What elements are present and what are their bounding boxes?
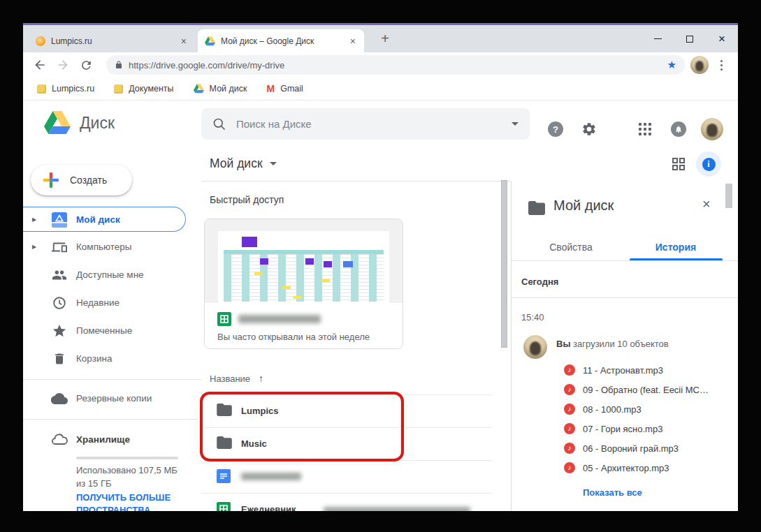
audio-file-icon: ♪ xyxy=(564,423,575,434)
panel-scrollbar[interactable] xyxy=(725,184,732,208)
address-bar[interactable]: https://drive.google.com/drive/my-drive … xyxy=(106,55,685,75)
sort-ascending-icon[interactable]: ↑ xyxy=(259,373,263,384)
new-tab-button[interactable]: + xyxy=(377,31,393,47)
uploaded-file-item[interactable]: ♪ 07 - Гори ясно.mp3 xyxy=(564,423,662,434)
section-divider xyxy=(512,297,738,298)
uploaded-file-item[interactable]: ♪ 05 - Архитектор.mp3 xyxy=(564,462,669,473)
file-row-spreadsheet[interactable]: Ежедневник xyxy=(201,493,493,511)
panel-title: Мой диск xyxy=(553,198,614,214)
bookmark-documents[interactable]: Документы xyxy=(114,84,173,94)
red-highlight-annotation xyxy=(200,392,404,461)
drive-logo[interactable]: Диск xyxy=(44,111,115,135)
screenshot-frame: Lumpics.ru × Мой диск – Google Диск × + … xyxy=(0,0,761,532)
forward-button[interactable] xyxy=(55,57,71,73)
reload-button[interactable] xyxy=(78,57,94,73)
browser-profile-avatar[interactable] xyxy=(690,56,709,74)
bookmark-label: Мой диск xyxy=(210,84,247,94)
sidebar-divider xyxy=(23,419,201,420)
panel-close-icon[interactable]: × xyxy=(702,196,711,212)
tab-properties[interactable]: Свойства xyxy=(539,242,602,253)
bookmark-favicon xyxy=(114,84,123,94)
sidebar-item-recent[interactable]: Недавние xyxy=(23,290,201,316)
sidebar-item-shared-with-me[interactable]: Доступные мне xyxy=(23,263,201,288)
search-input[interactable]: Поиск на Диске xyxy=(201,108,530,140)
browser-toolbar: https://drive.google.com/drive/my-drive … xyxy=(23,52,738,77)
page-title[interactable]: Мой диск xyxy=(210,156,277,171)
tab-close-icon[interactable]: × xyxy=(180,36,188,46)
sidebar-item-my-drive[interactable]: ▶ Мой диск xyxy=(23,207,186,232)
show-all-link[interactable]: Показать все xyxy=(583,487,642,498)
cloud-outline-icon xyxy=(51,431,68,448)
uploaded-file-name: 05 - Архитектор.mp3 xyxy=(583,463,669,473)
people-icon xyxy=(51,267,68,283)
page-title-caret-icon[interactable] xyxy=(270,162,277,165)
redacted-text xyxy=(324,507,470,511)
bookmark-label: Lumpics.ru xyxy=(52,84,94,94)
uploaded-file-item[interactable]: ♪ 06 - Вороний грай.mp3 xyxy=(564,443,679,454)
buy-storage-link[interactable]: ПОЛУЧИТЬ БОЛЬШЕ ПРОСТРАНСТВА xyxy=(76,492,195,511)
sidebar-item-label: Резервные копии xyxy=(76,393,152,404)
bookmark-gmail[interactable]: M Gmail xyxy=(267,83,303,94)
drive-logo-icon xyxy=(44,111,71,135)
details-info-button[interactable]: i xyxy=(696,152,721,177)
uploaded-file-item[interactable]: ♪ 11 - Астронавт.mp3 xyxy=(564,364,663,376)
bookmark-label: Gmail xyxy=(280,84,303,94)
notifications-bell-icon[interactable] xyxy=(670,121,687,138)
clock-icon xyxy=(51,295,68,311)
expand-arrow-icon[interactable]: ▶ xyxy=(32,216,36,223)
sidebar-item-backups[interactable]: Резервные копии xyxy=(23,386,201,411)
sidebar-item-starred[interactable]: Помеченные xyxy=(23,318,201,343)
folder-icon xyxy=(528,201,545,215)
bookmark-mydrive[interactable]: Мой диск xyxy=(194,84,247,94)
activity-actor: Вы xyxy=(556,339,571,349)
apps-grid-icon[interactable] xyxy=(637,121,653,138)
uploaded-file-name: 07 - Гори ясно.mp3 xyxy=(583,424,662,434)
storage-used-text: Использовано 107,5 МБ из 15 ГБ xyxy=(76,464,188,490)
sidebar-item-trash[interactable]: Корзина xyxy=(23,346,201,371)
gmail-icon: M xyxy=(267,83,275,94)
bookmark-lumpics[interactable]: Lumpics.ru xyxy=(37,84,94,94)
expand-arrow-icon[interactable]: ▶ xyxy=(32,244,36,250)
tab-close-icon[interactable]: × xyxy=(349,36,357,46)
sidebar-item-storage[interactable]: Хранилище xyxy=(23,427,201,452)
maximize-button[interactable] xyxy=(674,25,706,52)
file-name: Ежедневник xyxy=(241,504,296,511)
grid-view-toggle-icon[interactable] xyxy=(672,158,685,170)
create-button[interactable]: Создать xyxy=(31,165,132,195)
browser-menu-icon[interactable] xyxy=(713,57,730,73)
redacted-file-name xyxy=(241,473,301,480)
browser-window: Lumpics.ru × Мой диск – Google Диск × + … xyxy=(23,23,738,511)
audio-file-icon: ♪ xyxy=(564,384,575,395)
browser-tab-lumpics[interactable]: Lumpics.ru × xyxy=(29,29,195,52)
browser-tab-drive[interactable]: Мой диск – Google Диск × xyxy=(198,29,364,52)
sidebar-item-computers[interactable]: ▶ Компьютеры xyxy=(23,235,201,260)
sheets-file-icon xyxy=(217,502,231,511)
bookmark-favicon xyxy=(37,84,46,94)
bookmark-star-icon[interactable]: ★ xyxy=(667,59,676,71)
search-icon xyxy=(212,117,226,131)
uploaded-file-name: 06 - Вороний грай.mp3 xyxy=(583,443,679,454)
close-button[interactable]: × xyxy=(706,25,738,52)
account-avatar[interactable] xyxy=(701,118,723,140)
bookmarks-bar: Lumpics.ru Документы Мой диск M Gmail xyxy=(23,77,738,101)
search-placeholder: Поиск на Диске xyxy=(236,118,512,130)
file-row-document[interactable] xyxy=(201,460,493,493)
sort-label: Название xyxy=(210,374,250,384)
main-scrollbar[interactable] xyxy=(501,180,507,348)
uploaded-file-item[interactable]: ♪ 08 - 1000.mp3 xyxy=(564,404,642,415)
uploaded-file-name: 11 - Астронавт.mp3 xyxy=(583,365,663,376)
sidebar-item-label: Мой диск xyxy=(76,214,120,225)
search-options-caret-icon[interactable] xyxy=(512,122,519,126)
uploaded-file-item[interactable]: ♪ 09 - Обратно (feat. Eecii MC… xyxy=(564,384,709,395)
sort-header[interactable]: Название ↑ xyxy=(210,373,263,384)
quick-access-card[interactable]: Вы часто открывали на этой неделе xyxy=(204,219,403,349)
details-panel: Мой диск × Свойства История Сегодня 15:4… xyxy=(511,181,738,511)
tab-history[interactable]: История xyxy=(644,242,707,253)
audio-file-icon: ♪ xyxy=(564,364,575,376)
minimize-button[interactable] xyxy=(642,25,674,52)
back-button[interactable] xyxy=(31,57,48,73)
drive-favicon xyxy=(194,84,204,94)
sidebar-item-label: Доступные мне xyxy=(76,269,144,280)
help-button[interactable]: ? xyxy=(547,121,564,138)
settings-gear-icon[interactable] xyxy=(581,121,597,138)
